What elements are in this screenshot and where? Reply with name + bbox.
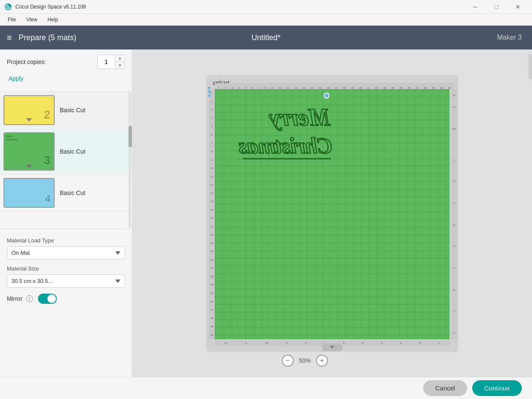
design-svg: Merry Christmas [219, 96, 334, 168]
project-copies-row: Project copies: 1 ▲ ▼ [7, 55, 125, 69]
ruler-top: 1234567891011121314151617181920212223242… [215, 83, 455, 89]
menu-help[interactable]: Help [43, 16, 62, 23]
hamburger-menu-button[interactable]: ≡ [7, 33, 12, 43]
close-button[interactable]: ✕ [508, 0, 528, 14]
svg-text:Christmas: Christmas [238, 134, 332, 158]
menubar: File View Help [0, 14, 532, 26]
sidebar-top: Project copies: 1 ▲ ▼ Apply [0, 50, 132, 92]
app-icon [4, 3, 12, 11]
mat-thumbnail-3: MerryChristmas 3 [3, 132, 55, 171]
footer: Cancel Continue [0, 377, 532, 399]
cancel-button[interactable]: Cancel [423, 380, 467, 396]
mirror-toggle[interactable] [38, 294, 57, 304]
mat-thumbnail-4: 4 [3, 178, 55, 208]
mat-label-4: Basic Cut [60, 189, 85, 196]
mat-number-3: 3 [44, 154, 50, 167]
dot-1 [208, 87, 210, 89]
sidebar-outer: Project copies: 1 ▲ ▼ Apply 2 [0, 50, 132, 377]
maximize-button[interactable]: □ [487, 0, 506, 14]
app-title: Cricut Design Space v6.11.108 [15, 4, 465, 10]
mat-scroll-down-3 [26, 165, 32, 168]
minimize-button[interactable]: ─ [465, 0, 485, 14]
material-load-label: Material Load Type [7, 237, 125, 244]
mat-item-3[interactable]: MerryChristmas 3 Basic Cut [0, 129, 132, 175]
sidebar-settings: Material Load Type On Mat Without Mat Ma… [0, 228, 132, 311]
toggle-slider [38, 294, 57, 304]
material-size-select[interactable]: 30.5 cm x 30.5... 12 in x 12 in [7, 274, 125, 288]
down-arrow-icon [330, 346, 335, 349]
ruler-left: 1234567891011121314151617181920212223242… [209, 89, 215, 339]
svg-text:Merry: Merry [269, 104, 330, 131]
scrollbar-thumb[interactable] [129, 126, 132, 147]
zoom-in-button[interactable]: + [316, 355, 328, 367]
copies-spinner[interactable]: 1 ▲ ▼ [97, 55, 125, 69]
dot-3 [208, 94, 210, 97]
mat-scrollbar[interactable] [129, 92, 132, 228]
menu-view[interactable]: View [22, 16, 41, 23]
mirror-row: Mirror i [7, 294, 125, 304]
zoom-out-button[interactable]: − [282, 355, 294, 367]
zoom-controls: − 50% + [282, 355, 328, 367]
mat-item-2[interactable]: 2 Basic Cut [0, 92, 132, 129]
mat-number-4: 4 [45, 193, 50, 204]
svg-point-1 [7, 6, 9, 8]
mat-item-4[interactable]: 4 Basic Cut [0, 175, 132, 212]
mat-options-dots[interactable] [208, 87, 210, 97]
copies-input[interactable]: 1 [98, 57, 115, 67]
project-name: Untitled* [251, 33, 281, 42]
machine-name: Maker 3 [497, 34, 522, 41]
mat-viewport: cricut 123456789101112131415161718192021… [206, 75, 458, 352]
mat-scroll-down-2 [26, 118, 32, 122]
spinner-arrows: ▲ ▼ [115, 55, 125, 69]
ruler-right: ZLLLOLL8L9SPEZL [451, 89, 457, 339]
window-controls: ─ □ ✕ [465, 0, 528, 14]
sidebar: Project copies: 1 ▲ ▼ Apply 2 [0, 50, 132, 377]
bottom-scroll-indicator[interactable] [322, 344, 343, 351]
right-scrollbar-thumb[interactable] [529, 54, 532, 79]
copies-increment[interactable]: ▲ [115, 55, 125, 62]
mat-label-3: Basic Cut [60, 148, 85, 155]
dot-2 [208, 90, 210, 93]
mirror-label: Mirror [7, 295, 23, 302]
project-copies-label: Project copies: [7, 58, 97, 65]
canvas-area: cricut 123456789101112131415161718192021… [132, 50, 532, 377]
scrollbar-track [129, 92, 131, 228]
zoom-level: 50% [296, 357, 313, 364]
mat-number-2: 2 [44, 108, 50, 122]
mat-list: 2 Basic Cut MerryChristmas 3 Basic Cut [0, 92, 132, 228]
mat-label-2: Basic Cut [60, 107, 85, 114]
menu-file[interactable]: File [3, 16, 20, 23]
material-size-label: Material Size [7, 265, 125, 272]
header-title: Prepare (5 mats) [19, 33, 76, 42]
apply-button[interactable]: Apply [7, 74, 25, 83]
copies-decrement[interactable]: ▼ [115, 62, 125, 69]
mat-thumbnail-2: 2 [3, 95, 55, 125]
right-scrollbar [529, 50, 532, 377]
mat-design-content: Merry Christmas [219, 96, 334, 170]
mirror-info-icon[interactable]: i [26, 295, 33, 302]
continue-button[interactable]: Continue [472, 380, 522, 396]
material-load-select[interactable]: On Mat Without Mat [7, 246, 125, 259]
main-content: Project copies: 1 ▲ ▼ Apply 2 [0, 50, 532, 377]
green-mat: Merry Christmas [215, 89, 450, 339]
selection-handle-top[interactable] [324, 93, 330, 99]
header: ≡ Prepare (5 mats) Untitled* Maker 3 [0, 26, 532, 50]
mat-mini-text-3: MerryChristmas [6, 135, 18, 142]
titlebar: Cricut Design Space v6.11.108 ─ □ ✕ [0, 0, 532, 14]
